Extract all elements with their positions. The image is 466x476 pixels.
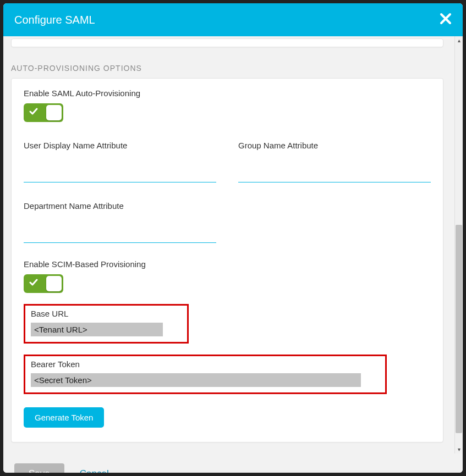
enable-saml-block: Enable SAML Auto-Provisioning xyxy=(24,88,431,122)
scroll-thumb[interactable] xyxy=(456,225,462,433)
base-url-highlight: Base URL xyxy=(24,304,189,344)
group-name-block: Group Name Attribute xyxy=(238,141,431,182)
empty-col xyxy=(238,201,431,243)
save-button[interactable]: Save xyxy=(14,463,64,473)
scrollbar[interactable]: ▴ ▾ xyxy=(454,36,463,453)
attribute-row-2: Department Name Attribute xyxy=(24,201,431,243)
bearer-token-label: Bearer Token xyxy=(31,359,380,369)
toggle-knob xyxy=(46,276,62,291)
user-display-block: User Display Name Attribute xyxy=(24,141,216,182)
toggle-knob xyxy=(46,105,62,120)
bearer-token-highlight: Bearer Token xyxy=(24,355,387,394)
group-name-input[interactable] xyxy=(238,167,431,182)
base-url-field[interactable] xyxy=(31,323,163,336)
modal-title: Configure SAML xyxy=(14,14,95,26)
scroll-down-icon[interactable]: ▾ xyxy=(458,445,460,453)
auto-provisioning-card: Enable SAML Auto-Provisioning User Displ… xyxy=(11,78,443,442)
modal-header: Configure SAML xyxy=(3,3,463,36)
user-display-label: User Display Name Attribute xyxy=(24,141,216,150)
configure-saml-modal: Configure SAML AUTO-PROVISIONING OPTIONS… xyxy=(3,3,463,473)
modal-body: AUTO-PROVISIONING OPTIONS Enable SAML Au… xyxy=(3,36,454,453)
user-display-input[interactable] xyxy=(24,167,216,182)
section-label: AUTO-PROVISIONING OPTIONS xyxy=(11,64,443,73)
scroll-wrap: AUTO-PROVISIONING OPTIONS Enable SAML Au… xyxy=(3,36,463,453)
dept-name-input[interactable] xyxy=(24,227,216,243)
previous-section-card xyxy=(11,38,443,47)
generate-token-button[interactable]: Generate Token xyxy=(24,407,104,428)
enable-scim-toggle[interactable] xyxy=(24,274,63,293)
enable-saml-toggle[interactable] xyxy=(24,103,63,122)
close-icon[interactable] xyxy=(440,12,452,27)
group-name-label: Group Name Attribute xyxy=(238,141,431,150)
base-url-label: Base URL xyxy=(31,309,182,318)
dept-name-block: Department Name Attribute xyxy=(24,201,216,243)
check-icon xyxy=(29,107,39,119)
bearer-token-field[interactable] xyxy=(31,373,361,387)
enable-scim-label: Enable SCIM-Based Provisioning xyxy=(24,259,431,269)
cancel-button[interactable]: Cancel xyxy=(80,468,109,473)
attribute-row-1: User Display Name Attribute Group Name A… xyxy=(24,141,431,182)
enable-scim-block: Enable SCIM-Based Provisioning xyxy=(24,259,431,293)
scroll-track[interactable] xyxy=(455,45,463,445)
scroll-up-icon[interactable]: ▴ xyxy=(458,36,460,45)
dept-name-label: Department Name Attribute xyxy=(24,201,216,211)
check-icon xyxy=(29,278,39,290)
modal-footer: Save Cancel xyxy=(3,453,463,473)
enable-saml-label: Enable SAML Auto-Provisioning xyxy=(24,88,431,98)
